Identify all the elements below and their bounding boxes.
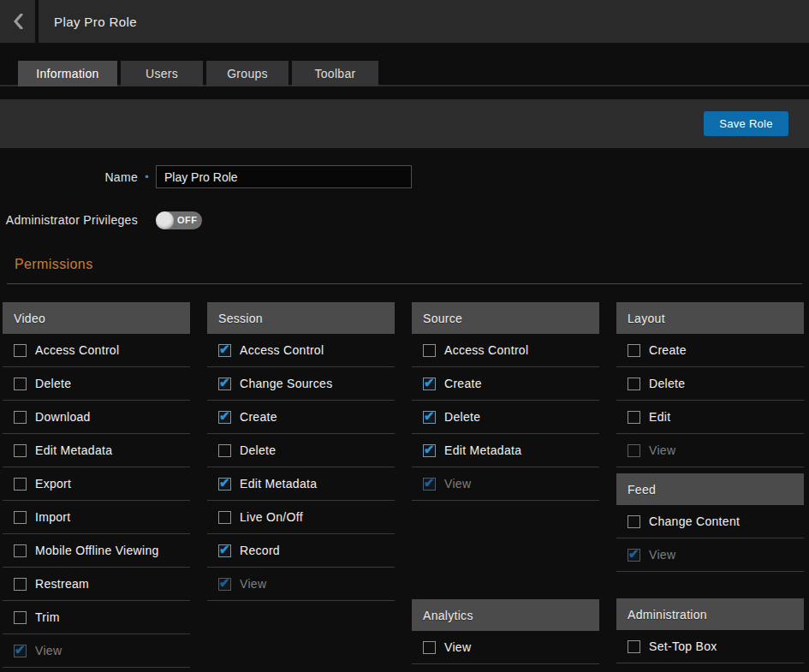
permission-label: Create (444, 377, 482, 390)
unchecked-checkbox[interactable] (628, 640, 640, 653)
back-button[interactable] (0, 0, 39, 43)
permission-section-source: SourceAccess ControlCreateDeleteEdit Met… (412, 302, 599, 501)
permission-row: View (616, 434, 804, 467)
checked-checkbox[interactable] (218, 478, 231, 491)
checked-checkbox[interactable] (218, 411, 231, 424)
checked-checkbox[interactable] (423, 378, 436, 390)
checked-checkbox (218, 578, 231, 591)
permission-section-header: Session (207, 302, 395, 334)
permission-row: View (207, 568, 395, 601)
permission-label: View (649, 443, 675, 457)
permission-row: Edit Metadata (3, 434, 190, 467)
permission-row: Trim (3, 601, 190, 634)
page-title: Play Pro Role (54, 0, 137, 43)
permission-row: Download (3, 401, 190, 434)
permission-row: Create (616, 334, 804, 367)
permission-label: Change Content (649, 514, 740, 528)
admin-privileges-toggle[interactable]: OFF (156, 211, 202, 229)
permissions-column-session: SessionAccess ControlChange SourcesCreat… (207, 302, 395, 601)
permission-label: Import (35, 510, 70, 524)
unchecked-checkbox[interactable] (628, 344, 640, 357)
permission-label: Delete (444, 410, 480, 424)
name-input[interactable] (156, 165, 412, 188)
tab-users[interactable]: Users (121, 61, 203, 86)
permission-label: Access Control (240, 343, 324, 357)
checked-checkbox[interactable] (218, 544, 231, 557)
unchecked-checkbox[interactable] (14, 378, 27, 390)
tab-information[interactable]: Information (18, 61, 117, 86)
permission-label: Edit Metadata (35, 443, 112, 457)
admin-privileges-row: Administrator Privileges OFF (0, 211, 809, 229)
permissions-columns: VideoAccess ControlDeleteDownloadEdit Me… (0, 302, 809, 668)
permission-label: Edit (649, 410, 670, 424)
checked-checkbox (423, 478, 436, 491)
unchecked-checkbox[interactable] (14, 544, 27, 557)
permission-row: Access Control (3, 334, 190, 367)
unchecked-checkbox[interactable] (14, 478, 27, 491)
permission-label: View (35, 644, 62, 657)
unchecked-checkbox[interactable] (628, 378, 640, 390)
permission-row: Delete (207, 434, 395, 467)
permission-row: Access Control (207, 334, 395, 367)
role-form: Name • Administrator Privileges OFF (0, 165, 809, 229)
permission-label: Record (240, 544, 280, 557)
permissions-divider (7, 283, 802, 284)
permission-label: Trim (35, 610, 60, 624)
permission-label: Delete (649, 377, 685, 390)
permission-section-header: Layout (616, 302, 804, 334)
tab-toolbar[interactable]: Toolbar (292, 61, 378, 86)
name-row: Name • (0, 165, 809, 188)
permission-label: Create (649, 343, 687, 357)
unchecked-checkbox[interactable] (14, 511, 27, 524)
unchecked-checkbox[interactable] (628, 515, 640, 528)
save-role-button[interactable]: Save Role (704, 111, 788, 136)
permission-section-header: Analytics (412, 599, 599, 631)
checked-checkbox[interactable] (218, 378, 231, 390)
permission-section-video: VideoAccess ControlDeleteDownloadEdit Me… (3, 302, 190, 668)
permission-section-analytics: AnalyticsView (412, 599, 599, 664)
permissions-column-source: SourceAccess ControlCreateDeleteEdit Met… (412, 302, 599, 664)
action-toolbar: Save Role (0, 99, 809, 148)
permission-row: View (616, 538, 804, 572)
permission-label: Access Control (35, 343, 119, 357)
permission-label: Export (35, 477, 71, 491)
unchecked-checkbox[interactable] (14, 344, 27, 357)
unchecked-checkbox[interactable] (218, 444, 231, 457)
permission-section-session: SessionAccess ControlChange SourcesCreat… (207, 302, 395, 601)
permission-row: Delete (616, 367, 804, 401)
unchecked-checkbox[interactable] (14, 611, 27, 624)
permission-label: Restream (35, 577, 89, 591)
checked-checkbox[interactable] (423, 444, 436, 457)
permission-section-layout: LayoutCreateDeleteEditView (616, 302, 804, 467)
unchecked-checkbox[interactable] (14, 411, 27, 424)
permission-label: Create (240, 410, 277, 424)
checked-checkbox[interactable] (218, 344, 231, 357)
checked-checkbox[interactable] (423, 411, 436, 424)
permission-label: Set-Top Box (649, 639, 717, 653)
permission-row: Edit Metadata (412, 434, 599, 467)
permission-row: View (412, 467, 599, 501)
permission-label: Download (35, 410, 91, 424)
unchecked-checkbox[interactable] (14, 444, 27, 457)
permission-label: View (444, 477, 471, 491)
checked-checkbox (628, 549, 640, 562)
unchecked-checkbox[interactable] (218, 511, 231, 524)
permission-section-header: Video (3, 302, 190, 334)
permission-row: Edit (616, 401, 804, 434)
permission-section-header: Source (412, 302, 599, 334)
unchecked-checkbox[interactable] (14, 578, 27, 591)
permissions-column-video: VideoAccess ControlDeleteDownloadEdit Me… (3, 302, 190, 668)
permission-label: Live On/Off (240, 510, 303, 524)
name-label: Name (0, 170, 138, 184)
permission-row: View (412, 631, 599, 664)
permission-row: Create (412, 367, 599, 401)
tab-groups[interactable]: Groups (206, 61, 289, 86)
permission-row: Export (3, 467, 190, 501)
unchecked-checkbox[interactable] (423, 344, 436, 357)
permission-row: View (3, 634, 190, 668)
permission-section-feed: FeedChange ContentView (616, 473, 804, 572)
checked-checkbox (14, 645, 27, 657)
unchecked-checkbox[interactable] (628, 411, 640, 424)
unchecked-checkbox[interactable] (423, 641, 436, 654)
permissions-column-layout: LayoutCreateDeleteEditViewFeedChange Con… (616, 302, 804, 663)
